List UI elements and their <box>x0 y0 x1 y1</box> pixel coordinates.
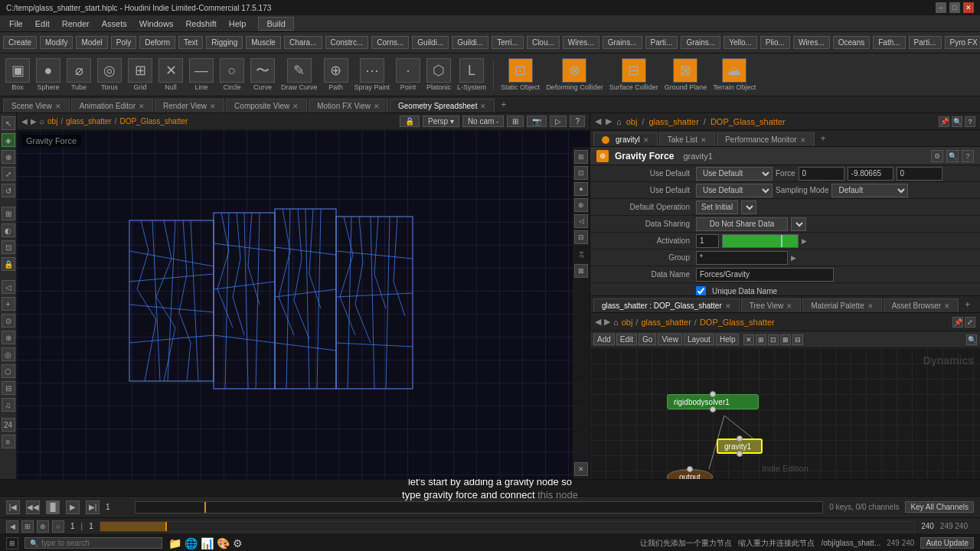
tab-scene-view[interactable]: Scene View ✕ <box>3 99 70 112</box>
rp-home-icon[interactable]: ⌂ <box>616 117 622 126</box>
tool-ground-plane[interactable]: ⊠Ground Plane <box>665 58 707 91</box>
lt-tool7[interactable]: ⊡ <box>2 240 15 254</box>
lt-tool16[interactable]: ♫ <box>2 398 15 412</box>
menu-render[interactable]: Render <box>56 18 96 30</box>
set-initial-dropdown[interactable] <box>741 201 756 214</box>
ctx-chara[interactable]: Chara... <box>284 36 322 49</box>
vp-obj[interactable]: obj <box>47 117 57 126</box>
lt-select[interactable]: ↖ <box>2 116 15 130</box>
tl-play-fwd-btn[interactable]: ▶ <box>66 500 80 514</box>
tool-curve[interactable]: 〜Curve <box>250 58 275 91</box>
ctx-grains1[interactable]: Grains... <box>603 36 642 49</box>
tab-geometry-spreadsheet[interactable]: Geometry Spreadsheet ✕ <box>390 99 495 112</box>
auto-update-btn[interactable]: Auto Update <box>920 537 974 549</box>
ctx-muscle[interactable]: Muscle <box>246 36 281 49</box>
vpr-btn-6[interactable]: ⊟ <box>574 230 588 244</box>
vp-help[interactable]: ? <box>570 116 585 127</box>
tool-static-object[interactable]: ⊡Static Object <box>501 58 540 91</box>
lt-tool2[interactable]: ⊕ <box>2 150 15 164</box>
ctx-grains2[interactable]: Grains... <box>681 36 720 49</box>
tab-perf-monitor[interactable]: Performance Monitor ✕ <box>717 132 814 146</box>
ng-zoom-btn[interactable]: 🔍 <box>966 334 977 345</box>
group-input[interactable] <box>696 251 788 265</box>
group-arrow[interactable]: ▶ <box>791 254 796 262</box>
ctx-poly[interactable]: Poly <box>111 36 136 49</box>
ctx-wires2[interactable]: Wires... <box>793 36 830 49</box>
tool-path[interactable]: ⊕Path <box>324 58 348 91</box>
vpr-btn-7[interactable]: ⊠ <box>574 264 588 278</box>
taskbar-app2[interactable]: 🎨 <box>217 537 230 549</box>
ctx-clou[interactable]: Clou... <box>527 36 560 49</box>
vp-display[interactable]: ⊞ <box>507 116 524 127</box>
tool-circle[interactable]: ○Circle <box>220 58 244 91</box>
ctx-oceans[interactable]: Oceans <box>833 36 870 49</box>
tab-tree-view[interactable]: Tree View ✕ <box>741 298 801 312</box>
lt-tool18[interactable]: ≡ <box>2 435 15 448</box>
tool-point[interactable]: ·Point <box>396 58 420 91</box>
tool-torus[interactable]: ◎Torus <box>97 58 122 91</box>
prop-help-icon[interactable]: ? <box>962 150 974 162</box>
menu-windows[interactable]: Windows <box>133 18 180 30</box>
close-gravity-tab[interactable]: ✕ <box>643 136 649 144</box>
menu-file[interactable]: File <box>3 18 29 30</box>
menu-build[interactable]: Build <box>258 17 293 31</box>
tool-deforming[interactable]: ⊗Deforming Collider <box>546 58 603 91</box>
rp-bottom-home[interactable]: ⌂ <box>613 318 619 327</box>
ng-tool1[interactable]: ✕ <box>743 334 754 345</box>
taskbar-chrome[interactable]: 🌐 <box>185 537 198 549</box>
close-composite-view[interactable]: ✕ <box>292 103 299 110</box>
menu-help[interactable]: Help <box>223 18 253 30</box>
set-initial-button[interactable]: Set Initial <box>696 201 738 214</box>
vp-render[interactable]: ▷ <box>550 116 567 127</box>
tool-sphere[interactable]: ●Sphere <box>36 58 60 91</box>
vpr-handle[interactable]: ✕ <box>574 462 588 476</box>
vp-glass-shatter[interactable]: glass_shatter <box>66 117 111 126</box>
vpr-btn-3[interactable]: ● <box>574 182 588 196</box>
lt-tool1[interactable]: ◈ <box>2 133 15 147</box>
ctx-create[interactable]: Create <box>3 36 37 49</box>
lt-tool6[interactable]: ◐ <box>2 223 15 237</box>
force-z-input[interactable] <box>897 167 942 181</box>
close-button[interactable]: ✕ <box>963 2 974 13</box>
ctx-parti1[interactable]: Parti... <box>645 36 678 49</box>
close-material-palette-tab[interactable]: ✕ <box>867 302 874 310</box>
ng-view-btn[interactable]: View <box>658 334 682 345</box>
ng-tool4[interactable]: ⊠ <box>780 334 791 345</box>
lt-tool12[interactable]: ⊕ <box>2 331 15 344</box>
tool-surface-collider[interactable]: ⊟Surface Collider <box>609 58 658 91</box>
rp-bottom-add-tab[interactable]: + <box>960 297 975 312</box>
taskbar-app3[interactable]: ⚙ <box>233 537 243 549</box>
ctx-rigging[interactable]: Rigging <box>206 36 243 49</box>
lt-tool10[interactable]: + <box>2 297 15 311</box>
taskbar-app1[interactable]: 📊 <box>201 537 214 549</box>
sampling-mode-dropdown[interactable]: Default <box>831 184 908 197</box>
tool-line[interactable]: —Line <box>189 58 214 91</box>
lt-tool3[interactable]: ⤢ <box>2 167 15 181</box>
tool-null[interactable]: ✕Null <box>158 58 183 91</box>
ctx-text[interactable]: Text <box>178 36 203 49</box>
minimize-button[interactable]: − <box>936 2 946 13</box>
vp-home-icon[interactable]: ⌂ <box>40 117 44 126</box>
lt-tool17[interactable]: 24 <box>2 418 15 432</box>
rp-help-btn[interactable]: ? <box>965 116 975 127</box>
ng-tool2[interactable]: ⊞ <box>756 334 766 345</box>
data-name-input[interactable] <box>696 268 834 282</box>
tool-spray-paint[interactable]: ⋯Spray Paint <box>354 58 390 91</box>
close-take-list-tab[interactable]: ✕ <box>701 136 707 144</box>
lt-tool5[interactable]: ⊞ <box>2 207 15 220</box>
tl2-btn2[interactable]: ⊞ <box>21 520 34 533</box>
tl2-btn1[interactable]: ◀ <box>6 520 18 533</box>
tab-gravity[interactable]: gravityl ✕ <box>593 132 658 146</box>
tl-prev-btn[interactable]: ◀◀ <box>26 500 40 514</box>
rp-obj[interactable]: obj <box>626 117 638 126</box>
tool-draw-curve[interactable]: ✎Draw Curve <box>281 58 318 91</box>
rp-pin-btn[interactable]: 📌 <box>939 116 949 127</box>
force-y-input[interactable] <box>848 167 893 181</box>
data-sharing-dropdown[interactable] <box>791 217 806 231</box>
vp-dop[interactable]: DOP_Glass_shatter <box>119 117 188 126</box>
vp-snapshot[interactable]: 📷 <box>527 116 547 127</box>
tab-take-list[interactable]: Take List ✕ <box>659 132 715 146</box>
tab-asset-browser[interactable]: Asset Browser ✕ <box>884 298 959 312</box>
ctx-modify[interactable]: Modify <box>40 36 73 49</box>
close-render-view[interactable]: ✕ <box>210 103 216 110</box>
